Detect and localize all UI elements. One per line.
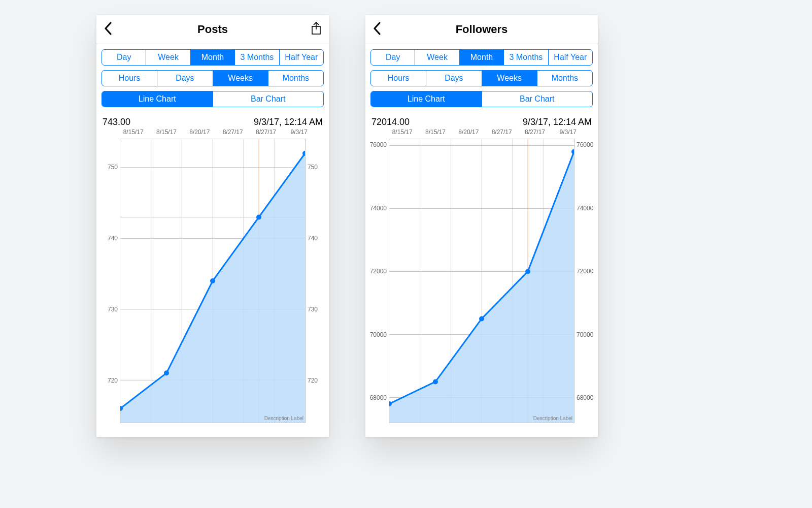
x-axis-ticks: 8/15/178/15/178/20/178/27/178/27/179/3/1… — [365, 129, 598, 136]
y-tick-label: 68000 — [577, 394, 594, 401]
y-tick-label: 730 — [308, 306, 325, 313]
y-tick-label: 72000 — [369, 268, 387, 275]
range-segment-option[interactable]: Month — [190, 50, 234, 65]
range-segment-option[interactable]: Day — [102, 50, 146, 65]
back-button[interactable] — [104, 15, 112, 44]
svg-point-33 — [525, 269, 530, 274]
range-segment-option[interactable]: Month — [459, 50, 503, 65]
current-value: 72014.00 — [371, 117, 410, 128]
range-segment-option[interactable]: Week — [146, 50, 190, 65]
x-tick-label: 8/27/17 — [485, 129, 518, 136]
y-tick-label: 750 — [100, 164, 118, 171]
charttype-segment-option[interactable]: Bar Chart — [213, 91, 324, 107]
y-tick-label: 750 — [308, 164, 325, 171]
chart-svg — [389, 139, 574, 423]
x-tick-label: 8/15/17 — [419, 129, 452, 136]
y-tick-label: 74000 — [577, 205, 594, 212]
y-tick-label: 68000 — [369, 394, 387, 401]
y-tick-label: 720 — [100, 377, 118, 384]
plot-frame — [120, 139, 306, 423]
x-tick-label: 9/3/17 — [283, 129, 316, 136]
granularity-segment-option[interactable]: Months — [537, 71, 592, 86]
svg-point-15 — [210, 278, 215, 283]
x-tick-label: 8/27/17 — [216, 129, 249, 136]
x-axis-ticks: 8/15/178/15/178/20/178/27/178/27/179/3/1… — [96, 129, 329, 136]
readout-row: 743.009/3/17, 12:14 AM — [96, 115, 329, 129]
phone-posts: PostsDayWeekMonth3 MonthsHalf YearHoursD… — [96, 15, 329, 437]
y-tick-label: 70000 — [577, 331, 594, 338]
range-segment-option[interactable]: Day — [371, 50, 415, 65]
granularity-segment-option[interactable]: Months — [268, 71, 323, 86]
navbar: Posts — [96, 15, 329, 44]
description-label: Description Label — [264, 416, 303, 421]
charttype-segment-option[interactable]: Line Chart — [371, 91, 482, 107]
range-segment: DayWeekMonth3 MonthsHalf Year — [370, 49, 593, 66]
svg-point-14 — [164, 370, 169, 375]
description-label: Description Label — [533, 416, 572, 421]
x-tick-label: 9/3/17 — [552, 129, 585, 136]
y-tick-label: 74000 — [369, 205, 387, 212]
range-segment-option[interactable]: 3 Months — [503, 50, 548, 65]
y-tick-label: 76000 — [577, 141, 594, 148]
charttype-segment: Line ChartBar Chart — [101, 91, 324, 107]
granularity-segment-option[interactable]: Hours — [371, 71, 426, 86]
controls: DayWeekMonth3 MonthsHalf YearHoursDaysWe… — [365, 44, 598, 115]
y-tick-label: 76000 — [369, 141, 387, 148]
x-tick-label: 8/15/17 — [117, 129, 150, 136]
phone-followers: FollowersDayWeekMonth3 MonthsHalf YearHo… — [365, 15, 598, 437]
page-title: Posts — [197, 23, 228, 36]
x-tick-label: 8/20/17 — [183, 129, 216, 136]
granularity-segment-option[interactable]: Days — [426, 71, 481, 86]
chart-area[interactable]: 6800068000700007000072000720007400074000… — [369, 139, 594, 423]
range-segment-option[interactable]: Half Year — [279, 50, 323, 65]
svg-point-32 — [479, 316, 484, 321]
y-tick-label: 70000 — [369, 331, 387, 338]
granularity-segment: HoursDaysWeeksMonths — [370, 70, 593, 86]
charttype-segment-option[interactable]: Bar Chart — [482, 91, 593, 107]
x-tick-label: 8/20/17 — [452, 129, 485, 136]
range-segment-option[interactable]: Half Year — [548, 50, 592, 65]
range-segment-option[interactable]: Week — [415, 50, 459, 65]
charttype-segment-option[interactable]: Line Chart — [102, 91, 213, 107]
x-tick-label: 8/27/17 — [249, 129, 282, 136]
x-tick-label: 8/27/17 — [518, 129, 551, 136]
granularity-segment-option[interactable]: Hours — [102, 71, 157, 86]
y-tick-label: 730 — [100, 306, 118, 313]
svg-point-34 — [571, 149, 574, 154]
plot-frame — [389, 139, 574, 423]
controls: DayWeekMonth3 MonthsHalf YearHoursDaysWe… — [96, 44, 329, 115]
svg-point-31 — [433, 379, 438, 384]
y-tick-label: 740 — [100, 235, 118, 242]
chevron-left-icon — [373, 21, 381, 38]
y-tick-label: 740 — [308, 235, 325, 242]
chevron-left-icon — [104, 21, 112, 38]
range-segment: DayWeekMonth3 MonthsHalf Year — [101, 49, 324, 66]
current-timestamp: 9/3/17, 12:14 AM — [523, 117, 592, 128]
y-tick-label: 720 — [308, 377, 325, 384]
current-value: 743.00 — [103, 117, 130, 128]
granularity-segment-option[interactable]: Weeks — [482, 71, 537, 86]
x-tick-label: 8/15/17 — [150, 129, 183, 136]
page-title: Followers — [456, 23, 508, 36]
granularity-segment-option[interactable]: Weeks — [213, 71, 268, 86]
charttype-segment: Line ChartBar Chart — [370, 91, 593, 107]
current-timestamp: 9/3/17, 12:14 AM — [254, 117, 323, 128]
chart-area[interactable]: 720720730730740740750750Description Labe… — [100, 139, 325, 423]
share-icon — [311, 21, 322, 38]
granularity-segment-option[interactable]: Days — [157, 71, 212, 86]
readout-row: 72014.009/3/17, 12:14 AM — [365, 115, 598, 129]
granularity-segment: HoursDaysWeeksMonths — [101, 70, 324, 86]
range-segment-option[interactable]: 3 Months — [234, 50, 279, 65]
share-button[interactable] — [311, 15, 322, 44]
y-tick-label: 72000 — [577, 268, 594, 275]
svg-point-16 — [256, 214, 261, 219]
x-tick-label: 8/15/17 — [386, 129, 419, 136]
chart-svg — [120, 139, 305, 423]
back-button[interactable] — [373, 15, 381, 44]
navbar: Followers — [365, 15, 598, 44]
